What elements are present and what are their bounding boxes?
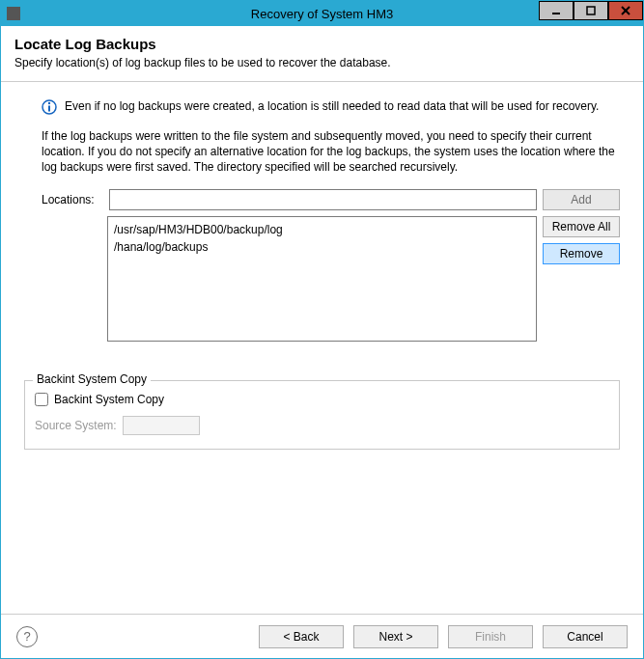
close-button[interactable] [608,1,643,20]
minimize-button[interactable] [539,1,574,20]
page-title: Locate Log Backups [14,36,630,52]
backint-checkbox-label: Backint System Copy [54,393,164,406]
backint-checkbox[interactable] [35,393,48,406]
window-controls [539,1,643,26]
locations-label: Locations: [42,193,103,206]
add-button[interactable]: Add [543,189,620,210]
help-icon[interactable]: ? [16,626,38,647]
recovery-wizard-window: Recovery of System HM3 Locate Log Backup… [0,0,644,659]
back-button[interactable]: < Back [259,625,344,648]
locations-row: Locations: Add [20,189,624,210]
finish-button: Finish [448,625,533,648]
svg-rect-5 [48,106,50,112]
wizard-body: Even if no log backups were created, a l… [1,82,643,614]
maximize-button[interactable] [574,1,608,20]
next-button[interactable]: Next > [353,625,438,648]
wizard-footer: ? < Back Next > Finish Cancel [1,614,643,658]
svg-point-6 [48,102,50,104]
locations-list[interactable]: /usr/sap/HM3/HDB00/backup/log /hana/log/… [107,216,537,342]
titlebar[interactable]: Recovery of System HM3 [1,1,643,26]
backint-group: Backint System Copy Backint System Copy … [24,380,620,450]
location-input[interactable] [109,189,537,210]
info-icon [42,99,57,115]
remove-button[interactable]: Remove [543,243,620,264]
remove-all-button[interactable]: Remove All [543,216,620,237]
explanation-text: If the log backups were written to the f… [20,128,624,176]
wizard-header: Locate Log Backups Specify location(s) o… [1,26,643,82]
list-item[interactable]: /hana/log/backups [114,238,530,256]
page-subtitle: Specify location(s) of log backup files … [14,56,630,69]
source-system-input [123,416,200,435]
app-icon [7,7,20,20]
list-item[interactable]: /usr/sap/HM3/HDB00/backup/log [114,221,530,238]
locations-list-row: /usr/sap/HM3/HDB00/backup/log /hana/log/… [20,216,624,342]
svg-rect-1 [587,7,595,14]
source-system-label: Source System: [35,419,117,432]
backint-checkbox-row: Backint System Copy [35,393,609,406]
info-message: Even if no log backups were created, a l… [20,99,624,115]
cancel-button[interactable]: Cancel [543,625,628,648]
info-text: Even if no log backups were created, a l… [65,99,599,113]
backint-legend: Backint System Copy [33,372,151,386]
source-system-row: Source System: [35,416,609,435]
list-buttons: Remove All Remove [543,216,620,342]
